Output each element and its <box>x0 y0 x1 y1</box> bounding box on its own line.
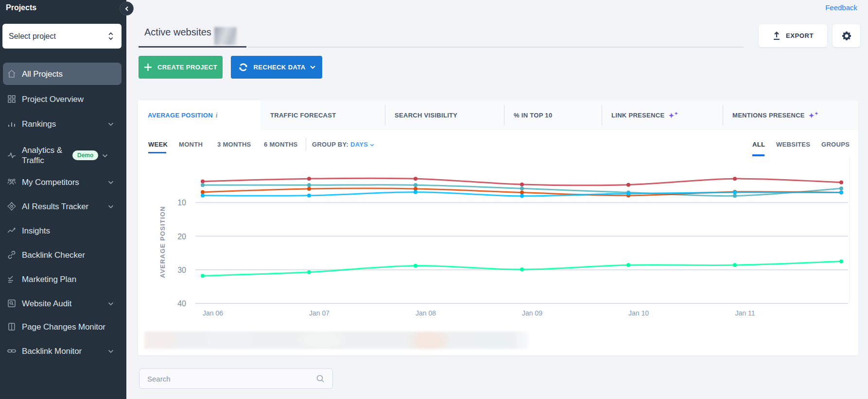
svg-text:Jan 10: Jan 10 <box>628 309 649 317</box>
sidebar-item-label: AI Results Tracker <box>22 201 108 212</box>
page-tab-track-line <box>248 47 744 48</box>
svg-text:Jan 08: Jan 08 <box>416 309 436 317</box>
sidebar-item-label: Rankings <box>22 119 108 129</box>
main-content: Feedback Active websites EXPORT CREATE P… <box>126 0 868 399</box>
sidebar-item-label: Page Changes Monitor <box>22 322 115 332</box>
ai-icon <box>6 201 17 212</box>
svg-text:Jan 06: Jan 06 <box>203 309 223 317</box>
blurred-legend <box>144 332 528 349</box>
chain-icon <box>6 346 17 356</box>
sidebar-item-label: Backlink Monitor <box>22 346 108 356</box>
gear-icon <box>841 30 852 42</box>
sidebar-item-label: Project Overview <box>22 94 115 104</box>
chevron-down-icon <box>102 151 109 160</box>
svg-text:Jan 07: Jan 07 <box>309 309 330 317</box>
export-button[interactable]: EXPORT <box>759 24 827 47</box>
svg-text:20: 20 <box>177 233 186 241</box>
create-project-label: CREATE PROJECT <box>157 64 217 71</box>
sidebar-item-backlink-checker[interactable]: Backlink Checker <box>3 244 122 266</box>
recheck-data-button[interactable]: RECHECK DATA <box>231 56 322 79</box>
export-label: EXPORT <box>786 32 814 39</box>
bar-chart-icon <box>6 118 17 129</box>
sidebar-item-label: My Competitors <box>22 177 108 187</box>
chevron-down-icon <box>310 66 315 69</box>
sidebar-item-marketing-plan[interactable]: Marketing Plan <box>3 268 122 290</box>
recheck-data-label: RECHECK DATA <box>254 64 306 71</box>
people-icon <box>6 177 17 187</box>
refresh-icon <box>238 62 249 73</box>
sidebar-item-label: Marketing Plan <box>22 274 115 284</box>
chevron-left-icon <box>125 6 129 11</box>
grid-icon <box>6 94 17 104</box>
sidebar-item-all-projects[interactable]: All Projects <box>3 63 122 85</box>
sidebar: Projects Select project All ProjectsProj… <box>0 0 126 399</box>
pages-icon <box>6 321 17 332</box>
sidebar-item-label: Insights <box>22 226 115 236</box>
audit-icon <box>6 298 17 309</box>
svg-text:Jan 11: Jan 11 <box>735 309 755 317</box>
sidebar-item-analytics-traffic[interactable]: Analytics & TrafficDemo <box>3 140 122 171</box>
svg-text:30: 30 <box>177 266 186 274</box>
search-box <box>139 368 333 389</box>
chevron-down-icon <box>108 202 115 211</box>
sidebar-item-backlink-monitor[interactable]: Backlink Monitor <box>3 340 122 362</box>
sidebar-item-page-changes-monitor[interactable]: Page Changes Monitor <box>3 316 122 338</box>
sidebar-item-project-overview[interactable]: Project Overview <box>3 88 122 110</box>
trend-icon <box>6 225 17 236</box>
upload-icon <box>772 32 781 40</box>
svg-text:Jan 09: Jan 09 <box>522 309 542 317</box>
demo-badge: Demo <box>72 150 98 160</box>
sidebar-item-ai-results-tracker[interactable]: AI Results Tracker <box>3 195 122 217</box>
link-icon <box>6 249 17 260</box>
sidebar-item-label: Website Audit <box>22 299 108 309</box>
settings-button[interactable] <box>833 24 860 47</box>
page-tab-underline <box>139 46 246 48</box>
sidebar-item-label: Backlink Checker <box>22 250 115 260</box>
page-tab-active-websites[interactable]: Active websites <box>144 27 211 38</box>
sidebar-item-insights[interactable]: Insights <box>3 219 122 242</box>
average-position-chart: 10203040Jan 06Jan 07Jan 08Jan 09Jan 10Ja… <box>138 100 858 355</box>
sidebar-item-rankings[interactable]: Rankings <box>3 113 122 135</box>
sidebar-item-label: Analytics & Traffic <box>22 145 72 166</box>
checklist-icon <box>6 274 17 284</box>
svg-text:10: 10 <box>177 199 186 207</box>
sidebar-item-label: All Projects <box>22 69 115 79</box>
search-icon <box>316 374 325 383</box>
metrics-card: AVERAGE POSITIONiTRAFFIC FORECASTSEARCH … <box>138 100 858 355</box>
sidebar-item-website-audit[interactable]: Website Audit <box>3 292 122 315</box>
blurred-count-badge <box>214 27 237 45</box>
svg-text:40: 40 <box>177 299 186 308</box>
feedback-link[interactable]: Feedback <box>825 3 857 12</box>
pulse-icon <box>6 150 17 161</box>
chevron-down-icon <box>108 119 115 128</box>
chevron-down-icon <box>108 347 115 355</box>
sidebar-collapse-button[interactable] <box>120 1 134 16</box>
home-icon <box>6 68 17 79</box>
chevron-down-icon <box>108 178 115 186</box>
plus-icon <box>144 63 152 71</box>
search-input[interactable] <box>147 375 316 383</box>
chevron-down-icon <box>108 299 115 308</box>
create-project-button[interactable]: CREATE PROJECT <box>139 56 223 79</box>
sidebar-item-my-competitors[interactable]: My Competitors <box>3 171 122 193</box>
